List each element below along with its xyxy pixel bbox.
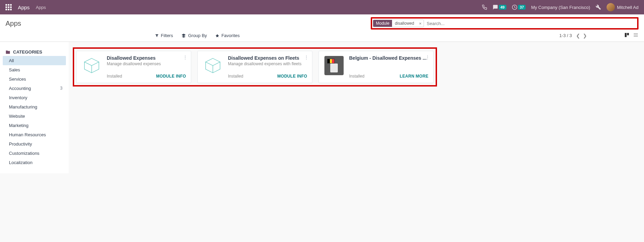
card-description: Manage disallowed expenses with fleets (228, 61, 307, 72)
apps-grid-icon[interactable] (5, 4, 12, 10)
svg-rect-5 (10, 7, 12, 8)
company-selector[interactable]: My Company (San Francisco) (531, 5, 590, 10)
svg-rect-2 (10, 4, 12, 6)
user-menu[interactable]: Mitchell Ad (607, 3, 639, 11)
facet-remove-icon[interactable]: × (417, 21, 424, 26)
menu-apps[interactable]: Apps (36, 5, 46, 10)
card-status: Installed (228, 74, 243, 79)
sidebar-item-label: Inventory (9, 95, 27, 100)
card-status: Installed (107, 74, 122, 79)
avatar (607, 3, 615, 11)
card-action-button[interactable]: MODULE INFO (156, 74, 186, 79)
sidebar-item-label: Manufacturing (9, 104, 37, 110)
sidebar-item-website[interactable]: Website (3, 112, 66, 121)
sidebar-item-count: 3 (60, 86, 62, 91)
control-panel: Apps Module disallowed × Filters (0, 14, 644, 42)
svg-rect-0 (5, 4, 7, 6)
card-action-button[interactable]: LEARN MORE (400, 74, 428, 79)
highlight-box: Disallowed ExpensesManage disallowed exp… (73, 47, 437, 87)
kanban-view-icon[interactable] (624, 32, 630, 39)
sidebar-item-all[interactable]: All (3, 56, 66, 65)
svg-rect-7 (8, 9, 10, 11)
navbar: Apps Apps 49 37 My Company (San Francisc… (0, 0, 644, 14)
module-card[interactable]: Belgium - Disallowed Expenses ...Install… (319, 51, 434, 83)
svg-rect-11 (627, 33, 629, 35)
sidebar-item-label: Localization (9, 160, 33, 165)
sidebar-heading-label: CATEGORIES (13, 49, 42, 55)
card-description (349, 61, 428, 72)
favorites-label: Favorites (221, 33, 240, 38)
sidebar-item-label: Accounting (9, 86, 31, 91)
cube-icon (81, 55, 102, 76)
sidebar-item-accounting[interactable]: Accounting3 (3, 84, 66, 93)
sidebar-item-label: Productivity (9, 141, 32, 147)
activities-button[interactable]: 37 (512, 4, 526, 10)
sidebar-item-inventory[interactable]: Inventory (3, 93, 66, 102)
card-status: Installed (349, 74, 365, 79)
facet-label: Module (373, 20, 392, 27)
favorites-button[interactable]: Favorites (215, 33, 240, 38)
debug-icon[interactable] (596, 4, 601, 10)
sidebar-item-sales[interactable]: Sales (3, 65, 66, 74)
app-title[interactable]: Apps (18, 4, 30, 10)
filters-button[interactable]: Filters (155, 33, 173, 38)
sidebar-item-marketing[interactable]: Marketing (3, 121, 66, 130)
sidebar-item-label: Services (9, 77, 26, 82)
svg-rect-6 (5, 9, 7, 11)
module-card[interactable]: Disallowed ExpensesManage disallowed exp… (76, 51, 191, 83)
belgium-module-icon (324, 55, 344, 76)
module-card[interactable]: Disallowed Expenses on FleetsManage disa… (197, 51, 312, 83)
page-title: Apps (5, 20, 21, 27)
pager-next-icon[interactable]: ❯ (583, 33, 587, 38)
sidebar-item-manufacturing[interactable]: Manufacturing (3, 102, 66, 112)
sidebar-item-label: Website (9, 114, 25, 119)
kebab-menu-icon[interactable]: ⋮ (425, 55, 430, 60)
pager-prev-icon[interactable]: ❮ (576, 33, 580, 38)
sidebar-item-customizations[interactable]: Customizations (3, 149, 66, 158)
cube-icon (203, 55, 223, 76)
svg-rect-10 (625, 33, 626, 37)
voip-icon[interactable] (482, 4, 487, 10)
card-title: Disallowed Expenses (107, 55, 186, 61)
kebab-menu-icon[interactable]: ⋮ (304, 55, 309, 60)
groupby-button[interactable]: Group By (181, 33, 207, 38)
search-input[interactable] (424, 19, 636, 27)
card-title: Belgium - Disallowed Expenses ... (349, 55, 428, 61)
search-box[interactable]: Module disallowed × (371, 17, 639, 30)
card-action-button[interactable]: MODULE INFO (277, 74, 307, 79)
main-area: Disallowed ExpensesManage disallowed exp… (69, 42, 644, 173)
user-name: Mitchell Ad (617, 5, 639, 10)
search-facet: Module disallowed × (373, 20, 424, 27)
kebab-menu-icon[interactable]: ⋮ (183, 55, 187, 60)
sidebar-item-label: Sales (9, 67, 20, 72)
card-description: Manage disallowed expenses (107, 61, 186, 72)
sidebar-item-label: Marketing (9, 123, 28, 128)
sidebar-item-human-resources[interactable]: Human Resources (3, 130, 66, 139)
svg-rect-4 (8, 7, 10, 8)
svg-rect-1 (8, 4, 10, 6)
sidebar-item-label: Customizations (9, 151, 39, 156)
list-view-icon[interactable] (633, 32, 639, 39)
activities-count: 37 (518, 5, 526, 10)
pager-text: 1-3 / 3 (559, 33, 572, 38)
sidebar-item-productivity[interactable]: Productivity (3, 139, 66, 149)
groupby-label: Group By (188, 33, 207, 38)
discuss-button[interactable]: 49 (493, 4, 506, 10)
sidebar-item-services[interactable]: Services (3, 74, 66, 84)
facet-value: disallowed (392, 20, 417, 27)
sidebar-heading: CATEGORIES (3, 48, 66, 56)
sidebar-item-label: Human Resources (9, 132, 46, 137)
sidebar-item-localization[interactable]: Localization (3, 158, 66, 167)
discuss-count: 49 (499, 5, 506, 10)
sidebar-item-label: All (9, 58, 14, 63)
filters-label: Filters (161, 33, 173, 38)
svg-rect-3 (5, 7, 7, 8)
svg-rect-8 (10, 9, 12, 11)
sidebar: CATEGORIES AllSalesServicesAccounting3In… (0, 42, 69, 173)
card-title: Disallowed Expenses on Fleets (228, 55, 307, 61)
